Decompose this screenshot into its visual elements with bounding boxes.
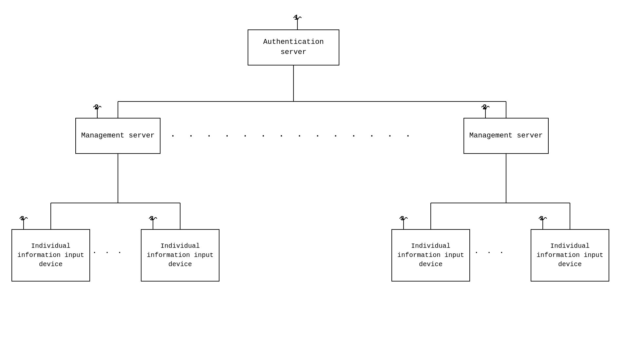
ref-label-3-lr: 3 (150, 215, 154, 222)
ref-label-2-left: 2 (94, 103, 99, 112)
device-rr-box: Individual information input device (531, 229, 609, 282)
device-rl-box: Individual information input device (391, 229, 470, 282)
ref-label-3-ll: 3 (20, 215, 24, 222)
ref-label-3-rr: 3 (539, 215, 543, 222)
device-rr-label: Individual information input device (535, 242, 605, 269)
diagram: Authentication server 1 Management serve… (0, 0, 624, 364)
mgmt-server-right-box: Management server (463, 118, 549, 154)
device-lr-label: Individual information input device (145, 242, 215, 269)
ref-label-2-right: 2 (482, 103, 487, 112)
ref-label-1: 1 (294, 14, 298, 22)
mgmt-server-left-box: Management server (75, 118, 161, 154)
device-ll-label: Individual information input device (16, 242, 85, 269)
mgmt-server-left-label: Management server (81, 131, 155, 141)
ref-label-3-rl: 3 (400, 215, 404, 222)
auth-server-box: Authentication server (248, 29, 339, 65)
dots-management-row: · · · · · · · · · · · · · · (170, 131, 414, 141)
dots-right-devices: · · · (474, 249, 506, 257)
device-ll-box: Individual information input device (11, 229, 90, 282)
device-rl-label: Individual information input device (396, 242, 465, 269)
device-lr-box: Individual information input device (141, 229, 219, 282)
mgmt-server-right-label: Management server (469, 131, 543, 141)
dots-left-devices: · · · (92, 249, 124, 257)
auth-server-label: Authentication server (252, 37, 335, 58)
